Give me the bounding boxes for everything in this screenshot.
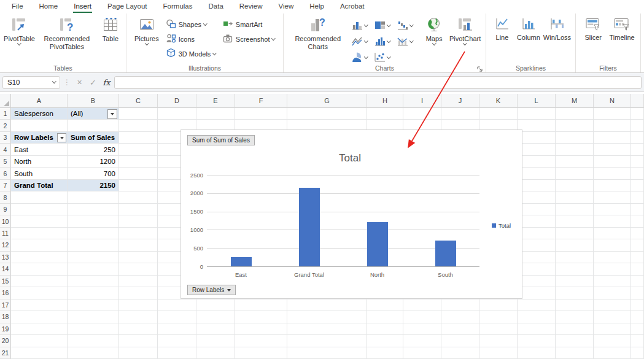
column-header-g[interactable]: G xyxy=(287,94,367,108)
insert-hierarchy-chart-button[interactable] xyxy=(373,18,396,34)
column-header-i[interactable]: I xyxy=(403,94,441,108)
screenshot-button[interactable]: Screenshot xyxy=(222,33,276,45)
legend[interactable]: Total xyxy=(492,222,511,229)
bar-north[interactable] xyxy=(367,222,388,266)
recommended-pivottables-button[interactable]: ?Recommended PivotTables xyxy=(36,15,98,51)
row-labels-filter-icon[interactable] xyxy=(57,133,66,142)
ribbon-tab-insert[interactable]: Insert xyxy=(66,0,99,14)
column-header-m[interactable]: M xyxy=(556,94,594,108)
cancel-icon[interactable]: × xyxy=(74,77,85,87)
ribbon-tab-home[interactable]: Home xyxy=(31,0,66,14)
column-header-a[interactable]: A xyxy=(11,94,68,108)
column-header-h[interactable]: H xyxy=(367,94,403,108)
pivotchart-button[interactable]: PivotChart xyxy=(448,15,482,44)
row-header-6[interactable]: 6 xyxy=(0,168,11,179)
bar-grand-total[interactable] xyxy=(299,188,320,266)
table-button[interactable]: Table xyxy=(98,15,123,43)
bar-east[interactable] xyxy=(231,257,252,266)
insert-statistic-chart-button[interactable] xyxy=(373,34,396,50)
bar-south[interactable] xyxy=(435,241,456,266)
ribbon-tab-acrobat[interactable]: Acrobat xyxy=(332,0,373,14)
column-header-k[interactable]: K xyxy=(479,94,518,108)
row-header-20[interactable]: 20 xyxy=(0,335,11,347)
cell-b7[interactable]: 2150 xyxy=(68,180,118,191)
formula-input[interactable] xyxy=(114,76,642,89)
row-header-10[interactable]: 10 xyxy=(0,215,11,227)
column-header-l[interactable]: L xyxy=(518,94,556,108)
insert-combo-chart-button[interactable] xyxy=(396,34,419,50)
cell-b5[interactable]: 1200 xyxy=(68,156,118,167)
pivot-chart[interactable]: Sum of Sum of SalesTotal0500100015002000… xyxy=(180,129,522,299)
row-header-4[interactable]: 4 xyxy=(0,144,11,155)
cell-b6[interactable]: 700 xyxy=(68,168,118,179)
pivottable-button[interactable]: PivotTable xyxy=(2,15,36,44)
ribbon-tab-review[interactable]: Review xyxy=(231,0,271,14)
column-header-b[interactable]: B xyxy=(68,94,119,108)
sparkline-line-button[interactable]: Line xyxy=(489,15,515,42)
chart-title[interactable]: Total xyxy=(206,152,494,164)
row-header-17[interactable]: 17 xyxy=(0,299,11,311)
shapes-button[interactable]: Shapes xyxy=(165,18,217,31)
row-header-19[interactable]: 19 xyxy=(0,323,11,335)
row-header-15[interactable]: 15 xyxy=(0,276,11,287)
row-header-12[interactable]: 12 xyxy=(0,239,11,251)
sparkline-winloss-button[interactable]: Win/​Loss xyxy=(542,15,572,42)
insert-scatter-chart-button[interactable] xyxy=(373,50,396,66)
smartart-button[interactable]: SmartArt xyxy=(222,18,276,31)
column-header-n[interactable]: N xyxy=(594,94,631,108)
cell-a7[interactable]: Grand Total xyxy=(11,180,67,191)
row-header-18[interactable]: 18 xyxy=(0,311,11,323)
cell-a5[interactable]: North xyxy=(11,156,67,167)
cell-a1[interactable]: Salesperson xyxy=(11,108,67,119)
name-box[interactable]: S10 xyxy=(2,76,60,89)
row-header-1[interactable]: 1 xyxy=(0,108,11,120)
insert-pie-chart-button[interactable] xyxy=(351,50,373,66)
enter-icon[interactable]: ✓ xyxy=(87,78,99,87)
cell-b4[interactable]: 250 xyxy=(68,144,118,155)
row-header-8[interactable]: 8 xyxy=(0,191,11,203)
ribbon-tab-label: Page Layout xyxy=(107,2,148,12)
cell-b3[interactable]: Sum of Sales xyxy=(68,132,118,143)
ribbon-tab-page-layout[interactable]: Page Layout xyxy=(99,0,155,14)
sparkline-column-button[interactable]: Column xyxy=(516,15,541,42)
column-header-e[interactable]: E xyxy=(196,94,235,108)
ribbon-tab-file[interactable]: File xyxy=(4,0,31,14)
pivot-filter-dropdown-icon[interactable] xyxy=(107,109,117,119)
maps-button[interactable]: Maps xyxy=(421,15,447,44)
ribbon-tab-formulas[interactable]: Formulas xyxy=(155,0,201,14)
row-header-7[interactable]: 7 xyxy=(0,180,11,191)
select-all-corner[interactable] xyxy=(0,94,11,108)
axis-field-button[interactable]: Row Labels xyxy=(187,285,236,295)
recommended-charts-button[interactable]: ?Recommended Charts xyxy=(287,15,349,51)
row-header-14[interactable]: 14 xyxy=(0,263,11,275)
column-header-d[interactable]: D xyxy=(158,94,196,108)
row-header-13[interactable]: 13 xyxy=(0,252,11,263)
ribbon-tab-help[interactable]: Help xyxy=(301,0,332,14)
column-header-c[interactable]: C xyxy=(119,94,158,108)
column-header-j[interactable]: J xyxy=(441,94,479,108)
row-header-21[interactable]: 21 xyxy=(0,347,11,359)
row-header-3[interactable]: 3 xyxy=(0,132,11,144)
pictures-button[interactable]: Pictures xyxy=(133,15,160,44)
row-header-9[interactable]: 9 xyxy=(0,204,11,215)
column-header-f[interactable]: F xyxy=(235,94,287,108)
3d-models-button[interactable]: 3D Models xyxy=(165,47,217,60)
cell-a6[interactable]: South xyxy=(11,168,67,179)
insert-function-icon[interactable]: fx xyxy=(101,78,112,87)
slicer-button[interactable]: Slicer xyxy=(580,15,606,42)
value-field-button[interactable]: Sum of Sum of Sales xyxy=(187,135,255,145)
icons-button[interactable]: Icons xyxy=(165,33,217,45)
timeline-button[interactable]: Timeline xyxy=(608,15,636,42)
insert-line-chart-button[interactable] xyxy=(351,34,373,50)
row-header-16[interactable]: 16 xyxy=(0,287,11,299)
ribbon-tab-label: Insert xyxy=(73,2,92,13)
ribbon-tab-data[interactable]: Data xyxy=(201,0,231,14)
row-header-5[interactable]: 5 xyxy=(0,156,11,168)
field-button-label: Sum of Sum of Sales xyxy=(192,137,250,144)
ribbon-tab-view[interactable]: View xyxy=(271,0,302,14)
row-header-2[interactable]: 2 xyxy=(0,120,11,131)
row-header-11[interactable]: 11 xyxy=(0,228,11,239)
insert-waterfall-chart-button[interactable] xyxy=(396,18,419,34)
cell-a4[interactable]: East xyxy=(11,144,67,155)
insert-column-chart-button[interactable] xyxy=(351,18,373,34)
